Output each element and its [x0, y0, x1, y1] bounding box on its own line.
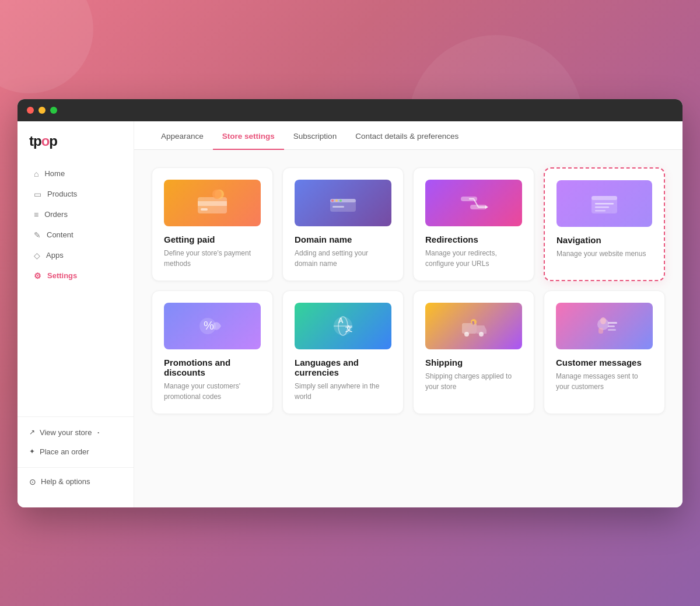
card-navigation-image — [556, 180, 652, 227]
card-promotions[interactable]: % Promotions and discounts Manage your c… — [152, 290, 273, 414]
apps-icon: ◇ — [34, 251, 40, 260]
tab-appearance[interactable]: Appearance — [152, 121, 213, 150]
svg-rect-16 — [595, 203, 614, 205]
card-getting-paid-title: Getting paid — [164, 234, 261, 244]
card-navigation-desc: Manage your website menus — [556, 248, 652, 259]
products-icon: ▭ — [34, 190, 41, 199]
card-navigation[interactable]: Navigation Manage your website menus — [544, 167, 665, 281]
sidebar-item-home[interactable]: ⌂ Home — [22, 164, 129, 184]
maximize-button[interactable] — [50, 107, 57, 114]
svg-rect-34 — [608, 322, 617, 324]
card-customer-messages[interactable]: Customer messages Manage messages sent t… — [544, 290, 665, 414]
minimize-button[interactable] — [38, 107, 46, 114]
orders-icon: ≡ — [34, 210, 38, 219]
card-customer-image — [556, 303, 653, 349]
svg-rect-33 — [598, 328, 603, 334]
card-redirections-title: Redirections — [425, 234, 522, 244]
svg-point-4 — [212, 190, 222, 199]
svg-rect-2 — [201, 208, 208, 211]
place-order-link[interactable]: ✦ Place an order — [18, 442, 134, 461]
card-redirections-image — [425, 180, 522, 226]
sidebar-item-content-label: Content — [47, 230, 74, 239]
svg-text:%: % — [204, 319, 214, 332]
card-getting-paid[interactable]: Getting paid Define your store's payment… — [152, 167, 273, 281]
sidebar-item-settings-label: Settings — [47, 271, 77, 280]
svg-point-9 — [340, 199, 342, 202]
sidebar: tpop ⌂ Home ▭ Products ≡ Orders ✎ C — [18, 121, 134, 507]
help-options-link[interactable]: ⊙ Help & options — [18, 467, 134, 496]
card-redirections-desc: Manage your redirects, configure your UR… — [425, 248, 522, 269]
sidebar-item-home-label: Home — [44, 169, 65, 178]
card-getting-paid-image — [164, 180, 261, 226]
card-promotions-title: Promotions and discounts — [164, 358, 261, 377]
card-languages-desc: Simply sell anywhere in the world — [295, 381, 391, 402]
card-customer-messages-desc: Manage messages sent to your customers — [556, 371, 653, 392]
card-getting-paid-desc: Define your store's payment methods — [164, 248, 261, 269]
svg-text:$: $ — [472, 320, 475, 325]
sidebar-item-products[interactable]: ▭ Products — [22, 184, 129, 204]
help-options-label: Help & options — [41, 477, 90, 486]
svg-text:A: A — [338, 317, 344, 325]
svg-point-8 — [335, 199, 338, 202]
card-shipping-desc: Shipping charges applied to your store — [425, 371, 522, 392]
home-icon: ⌂ — [34, 169, 38, 178]
svg-rect-6 — [330, 199, 356, 202]
card-customer-messages-title: Customer messages — [556, 358, 653, 367]
browser-body: tpop ⌂ Home ▭ Products ≡ Orders ✎ C — [18, 121, 682, 507]
close-button[interactable] — [27, 107, 34, 114]
svg-point-27 — [464, 332, 469, 337]
svg-rect-18 — [595, 210, 606, 212]
view-store-link[interactable]: ↗ View your store • — [18, 423, 134, 442]
svg-marker-13 — [485, 205, 488, 209]
titlebar — [18, 99, 682, 121]
card-domain-title: Domain name — [295, 234, 391, 244]
sidebar-item-orders-label: Orders — [44, 210, 68, 219]
place-order-label: Place an order — [40, 447, 89, 456]
svg-text:文: 文 — [345, 325, 352, 333]
nav-divider — [18, 416, 134, 417]
main-content: Appearance Store settings Subscription C… — [134, 121, 682, 507]
svg-point-32 — [600, 317, 606, 324]
sidebar-item-content[interactable]: ✎ Content — [22, 225, 129, 245]
sidebar-item-apps[interactable]: ◇ Apps — [22, 246, 129, 265]
help-icon: ⊙ — [29, 477, 36, 486]
tab-contact-details[interactable]: Contact details & preferences — [346, 121, 468, 150]
content-icon: ✎ — [34, 230, 41, 240]
tabs-bar: Appearance Store settings Subscription C… — [134, 121, 682, 150]
tab-store-settings[interactable]: Store settings — [213, 121, 284, 150]
svg-rect-10 — [332, 206, 344, 208]
external-link-icon: ↗ — [29, 428, 35, 436]
cards-area: Getting paid Define your store's payment… — [134, 150, 682, 432]
svg-rect-1 — [198, 201, 227, 206]
svg-rect-15 — [592, 196, 617, 200]
nav-items: ⌂ Home ▭ Products ≡ Orders ✎ Content ◇ — [18, 163, 134, 411]
card-promotions-image: % — [164, 303, 261, 349]
nav-bottom: ↗ View your store • ✦ Place an order — [18, 423, 134, 467]
card-domain-image — [295, 180, 391, 226]
svg-point-28 — [479, 332, 484, 337]
logo-accent: o — [41, 133, 50, 149]
sidebar-item-apps-label: Apps — [46, 251, 64, 260]
card-languages-title: Languages and currencies — [295, 358, 391, 377]
svg-rect-36 — [608, 329, 616, 331]
card-domain-name[interactable]: Domain name Adding and setting your doma… — [282, 167, 404, 281]
cards-grid: Getting paid Define your store's payment… — [152, 167, 665, 414]
card-shipping[interactable]: $ Shipping Shipping charges applied to y… — [413, 290, 534, 414]
svg-rect-35 — [608, 325, 615, 327]
browser-window: tpop ⌂ Home ▭ Products ≡ Orders ✎ C — [18, 99, 682, 507]
card-languages[interactable]: A 文 Languages and currencies Simply sell… — [282, 290, 404, 414]
settings-icon: ⚙ — [34, 271, 41, 281]
logo: tpop — [18, 133, 134, 163]
svg-rect-17 — [595, 206, 609, 208]
sidebar-item-orders[interactable]: ≡ Orders — [22, 205, 129, 225]
card-domain-desc: Adding and setting your domain name — [295, 248, 391, 269]
view-store-dot: • — [97, 430, 99, 435]
card-languages-image: A 文 — [295, 303, 391, 349]
tab-subscription[interactable]: Subscription — [284, 121, 346, 150]
svg-point-7 — [331, 199, 334, 202]
sidebar-item-products-label: Products — [47, 190, 77, 198]
card-shipping-title: Shipping — [425, 358, 522, 367]
card-redirections[interactable]: Redirections Manage your redirects, conf… — [413, 167, 534, 281]
place-order-icon: ✦ — [29, 447, 35, 456]
sidebar-item-settings[interactable]: ⚙ Settings — [22, 266, 129, 286]
